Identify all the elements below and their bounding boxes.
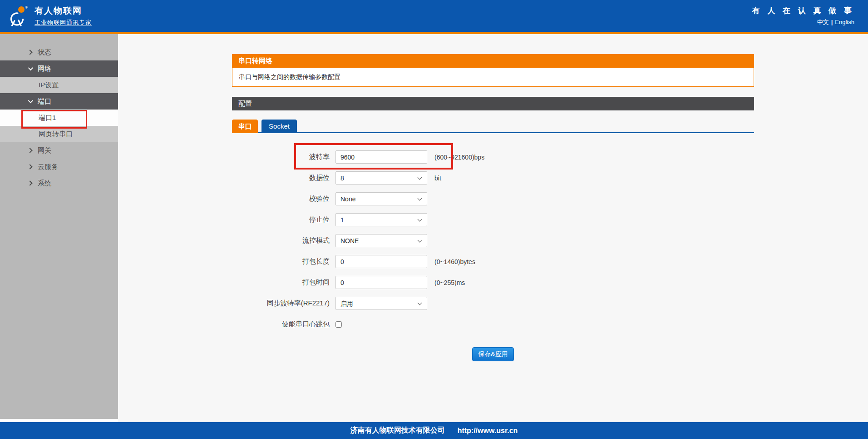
sidebar-item-label: IP设置 (39, 81, 59, 90)
sidebar-menu: 状态网络IP设置端口端口1网页转串口网关云服务系统 (0, 34, 118, 419)
lang-divider: | (831, 19, 833, 25)
brand-text: 有人物联网 工业物联网通讯专家 (35, 5, 92, 27)
form-row-baud-rate: 波特率(600~921600)bps (232, 150, 754, 164)
usr-person-logo-icon: ® (7, 5, 29, 27)
brand-area: ® 有人物联网 工业物联网通讯专家 (7, 5, 92, 27)
sync-baud-rf2217-label: 同步波特率(RF2217) (232, 299, 330, 308)
sync-baud-rf2217-select-wrap: 启用 (335, 297, 427, 310)
page-description: 串口与网络之间的数据传输参数配置 (232, 67, 754, 87)
serial-settings-form: 波特率(600~921600)bps数据位8bit校验位None停止位1流控模式… (232, 133, 754, 361)
footer-company: 济南有人物联网技术有限公司 (350, 426, 445, 435)
sidebar-item-label: 系统 (38, 179, 51, 188)
packet-length-hint: (0~1460)bytes (434, 258, 475, 265)
lang-english-link[interactable]: English (835, 19, 854, 25)
header-right: 有 人 在 认 真 做 事 中文|English (752, 5, 854, 26)
main-content: 串口转网络 串口与网络之间的数据传输参数配置 配置 串口 Socket 波特率(… (118, 34, 868, 422)
form-row-sync-baud-rf2217: 同步波特率(RF2217)启用 (232, 297, 754, 310)
sidebar-item-label: 网页转串口 (39, 130, 73, 139)
sidebar-item-port1[interactable]: 端口1 (0, 110, 118, 126)
language-switch: 中文|English (752, 18, 854, 26)
page: ® 有人物联网 工业物联网通讯专家 有 人 在 认 真 做 事 中文|Engli… (0, 0, 868, 439)
chevron-down-icon (28, 65, 33, 70)
chevron-down-icon (28, 98, 33, 103)
form-row-packet-time: 打包时间(0~255)ms (232, 276, 754, 289)
form-row-serial-heartbeat: 使能串口心跳包 (232, 318, 754, 331)
data-bits-select-wrap: 8 (335, 171, 427, 185)
chevron-right-icon (27, 148, 32, 153)
packet-time-label: 打包时间 (232, 278, 330, 287)
header: ® 有人物联网 工业物联网通讯专家 有 人 在 认 真 做 事 中文|Engli… (0, 0, 868, 34)
tab-serial[interactable]: 串口 (232, 120, 258, 133)
svg-text:®: ® (25, 5, 28, 10)
parity-select-wrap: None (335, 192, 427, 205)
chevron-right-icon (27, 164, 32, 169)
sidebar-item-label: 网络 (38, 65, 51, 73)
page-title: 串口转网络 (232, 54, 754, 67)
section-title: 配置 (232, 97, 754, 110)
sidebar-item-cloud-service[interactable]: 云服务 (0, 159, 118, 175)
header-slogan: 有 人 在 认 真 做 事 (752, 5, 854, 16)
sidebar-item-gateway[interactable]: 网关 (0, 142, 118, 159)
baud-rate-label: 波特率 (232, 153, 330, 161)
serial-heartbeat-checkbox[interactable] (335, 321, 342, 328)
sidebar-item-ip-settings[interactable]: IP设置 (0, 77, 118, 93)
chevron-right-icon (27, 180, 32, 185)
lang-chinese-link[interactable]: 中文 (817, 19, 829, 25)
chevron-right-icon (27, 50, 32, 55)
stop-bits-select[interactable]: 1 (335, 213, 427, 226)
save-apply-button[interactable]: 保存&应用 (472, 347, 514, 361)
body-layout: 状态网络IP设置端口端口1网页转串口网关云服务系统 串口转网络 串口与网络之间的… (0, 34, 868, 422)
sync-baud-rf2217-select[interactable]: 启用 (335, 297, 427, 310)
form-row-data-bits: 数据位8bit (232, 171, 754, 185)
packet-length-label: 打包长度 (232, 257, 330, 266)
sidebar-item-port[interactable]: 端口 (0, 93, 118, 110)
tab-socket[interactable]: Socket (261, 120, 297, 133)
sidebar-item-network[interactable]: 网络 (0, 60, 118, 77)
footer: 济南有人物联网技术有限公司 http://www.usr.cn (0, 422, 868, 439)
packet-time-hint: (0~255)ms (434, 279, 465, 286)
content-column: 串口转网络 串口与网络之间的数据传输参数配置 配置 串口 Socket 波特率(… (232, 54, 754, 361)
stop-bits-select-wrap: 1 (335, 213, 427, 226)
tab-bar: 串口 Socket (232, 120, 754, 133)
sidebar-item-web-to-serial[interactable]: 网页转串口 (0, 126, 118, 142)
parity-select[interactable]: None (335, 192, 427, 205)
data-bits-select[interactable]: 8 (335, 171, 427, 185)
flow-control-select-wrap: NONE (335, 234, 427, 247)
serial-heartbeat-label: 使能串口心跳包 (232, 320, 330, 329)
stop-bits-label: 停止位 (232, 215, 330, 224)
brand-tagline: 工业物联网通讯专家 (35, 19, 92, 27)
packet-time-input[interactable] (335, 276, 427, 289)
data-bits-label: 数据位 (232, 174, 330, 182)
sidebar-item-label: 云服务 (38, 163, 58, 171)
sidebar-item-label: 端口 (38, 97, 51, 106)
sidebar-item-system[interactable]: 系统 (0, 175, 118, 191)
flow-control-label: 流控模式 (232, 236, 330, 245)
packet-length-input[interactable] (335, 255, 427, 268)
baud-rate-input[interactable] (335, 150, 427, 164)
sidebar-item-label: 状态 (38, 48, 51, 57)
form-row-packet-length: 打包长度(0~1460)bytes (232, 255, 754, 268)
sidebar: 状态网络IP设置端口端口1网页转串口网关云服务系统 (0, 34, 118, 422)
sidebar-item-status[interactable]: 状态 (0, 44, 118, 60)
data-bits-hint: bit (434, 175, 441, 182)
form-row-flow-control: 流控模式NONE (232, 234, 754, 247)
form-row-stop-bits: 停止位1 (232, 213, 754, 226)
sidebar-item-label: 端口1 (39, 114, 56, 122)
sidebar-item-label: 网关 (38, 146, 51, 155)
baud-rate-hint: (600~921600)bps (434, 154, 484, 161)
form-rows: 波特率(600~921600)bps数据位8bit校验位None停止位1流控模式… (232, 150, 754, 331)
flow-control-select[interactable]: NONE (335, 234, 427, 247)
brand-title: 有人物联网 (35, 5, 92, 17)
form-row-parity: 校验位None (232, 192, 754, 205)
footer-url-link[interactable]: http://www.usr.cn (458, 427, 518, 435)
parity-label: 校验位 (232, 195, 330, 203)
